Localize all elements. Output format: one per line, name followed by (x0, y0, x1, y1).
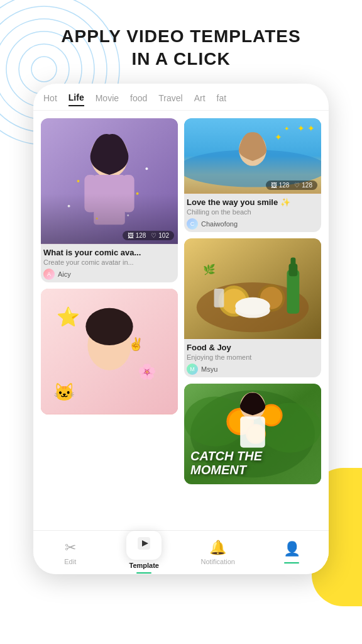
nav-profile[interactable]: 👤 (255, 541, 329, 564)
nav-edit[interactable]: ✂ Edit (33, 540, 107, 565)
svg-text:🐱: 🐱 (53, 382, 75, 402)
card-food-joy[interactable]: 🌿 Food & Joy Enjoying the moment M Msyu (184, 238, 321, 377)
food-author-avatar: M (187, 364, 198, 375)
sticker-image: ⭐ 🌸 🐱 ✌ (41, 289, 178, 414)
beach-author: C Chaiwofong (187, 218, 319, 230)
edit-icon: ✂ (65, 540, 76, 556)
card-catch-moment[interactable]: CATCH THE MOMENT (184, 384, 321, 484)
nav-edit-label: Edit (64, 558, 76, 565)
tab-fat[interactable]: fat (217, 93, 227, 106)
stats-badge-comic: 🖼 128 ♡ 102 (123, 231, 174, 240)
food-title: Food & Joy (187, 343, 319, 352)
like-icon: ♡ (151, 232, 156, 239)
stats-badge-beach: 🖼 128 ♡ 128 (266, 180, 317, 190)
profile-active-indicator (284, 562, 299, 564)
tab-travel[interactable]: Travel (158, 93, 182, 106)
like-count: 102 (158, 232, 169, 239)
svg-rect-35 (287, 270, 300, 313)
left-column: 🖼 128 ♡ 102 What is your comic ava... Cr… (41, 118, 178, 525)
catch-moment-text: CATCH THE MOMENT (190, 449, 315, 477)
beach-subtitle: Chilling on the beach (187, 208, 319, 216)
svg-point-7 (90, 134, 128, 177)
profile-icon: 👤 (283, 541, 300, 557)
tab-food[interactable]: food (130, 93, 147, 106)
right-column: ✦ ✦ 🖼 128 ♡ 128 Lo (184, 118, 321, 525)
svg-rect-10 (122, 175, 134, 212)
beach-author-avatar: C (187, 218, 198, 230)
notification-icon: 🔔 (209, 540, 226, 556)
svg-text:🌿: 🌿 (203, 264, 216, 275)
svg-point-15 (96, 218, 98, 219)
svg-text:✌: ✌ (128, 336, 144, 352)
svg-rect-8 (94, 175, 125, 225)
nav-template-label: Template (129, 562, 159, 569)
svg-rect-53 (240, 416, 265, 448)
beach-likes: 128 (302, 182, 312, 189)
food-image: 🌿 (184, 238, 321, 339)
svg-point-13 (68, 204, 70, 207)
beach-views: 128 (279, 182, 290, 189)
svg-rect-9 (84, 175, 97, 212)
beach-title: Love the way you smile ✨ (187, 197, 319, 207)
food-subtitle: Enjoying the moment (187, 353, 319, 361)
svg-point-39 (235, 297, 270, 315)
svg-point-12 (136, 192, 139, 195)
phone-mockup: Hot Life Movie food Travel Art fat (33, 84, 329, 574)
comic-author-avatar: A (43, 269, 55, 280)
card-beach[interactable]: ✦ ✦ 🖼 128 ♡ 128 Lo (184, 118, 321, 232)
svg-rect-37 (290, 257, 295, 267)
card-comic-avatar[interactable]: 🖼 128 ♡ 102 What is your comic ava... Cr… (41, 118, 178, 282)
template-active-indicator (136, 572, 151, 574)
tab-movie[interactable]: Movie (96, 93, 119, 106)
view-icon-beach: 🖼 (271, 182, 277, 189)
comic-title: What is your comic ava... (43, 248, 175, 257)
template-icon (126, 531, 162, 560)
svg-point-14 (145, 167, 148, 170)
page-title: APPLY VIDEO TEMPLATES IN A CLICK (0, 0, 362, 84)
svg-rect-40 (214, 289, 224, 308)
comic-image (41, 118, 178, 244)
svg-text:✦: ✦ (275, 132, 282, 142)
card-sticker-girl[interactable]: ⭐ 🌸 🐱 ✌ (41, 289, 178, 414)
svg-text:🌸: 🌸 (138, 362, 156, 380)
food-author: M Msyu (187, 364, 319, 375)
tab-life[interactable]: Life (69, 92, 84, 106)
comic-author: A Aicy (43, 269, 175, 280)
view-icon: 🖼 (128, 232, 134, 239)
svg-point-16 (127, 214, 129, 216)
content-grid: 🖼 128 ♡ 102 What is your comic ava... Cr… (33, 111, 329, 532)
svg-text:⭐: ⭐ (57, 306, 80, 328)
template-svg-icon (136, 536, 151, 551)
svg-rect-6 (41, 119, 178, 243)
svg-point-19 (85, 308, 133, 345)
tab-art[interactable]: Art (194, 93, 206, 106)
tab-hot[interactable]: Hot (43, 93, 57, 106)
nav-notification-label: Notification (201, 558, 235, 565)
nav-notification[interactable]: 🔔 Notification (181, 540, 255, 565)
bottom-nav: ✂ Edit Template 🔔 Notification 👤 (33, 530, 329, 574)
view-count: 128 (136, 232, 146, 239)
svg-text:✦: ✦ (284, 125, 289, 132)
comic-subtitle: Create your comic avatar in... (43, 258, 175, 266)
category-tabs: Hot Life Movie food Travel Art fat (33, 84, 329, 111)
like-icon-beach: ♡ (294, 182, 300, 189)
svg-point-11 (77, 180, 79, 182)
nav-template[interactable]: Template (107, 531, 182, 574)
